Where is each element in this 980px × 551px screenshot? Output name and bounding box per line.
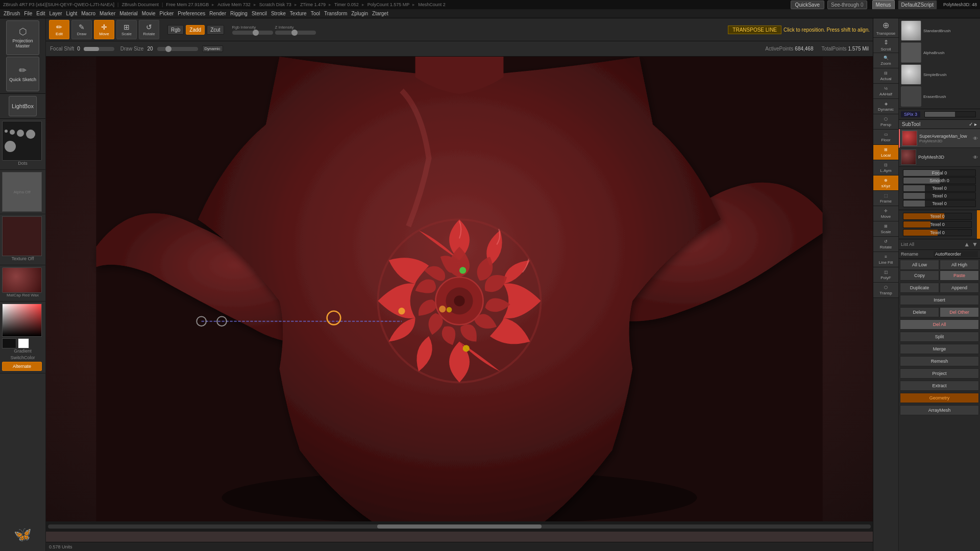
simple-brush-thumb[interactable]	[901, 64, 921, 85]
z-intensity-slider[interactable]	[275, 31, 316, 35]
orange-slider-3[interactable]: Texel 0	[903, 229, 972, 236]
del-all-btn[interactable]: Del All	[900, 319, 979, 330]
lightbox-button[interactable]: LightBox	[9, 96, 37, 116]
zadd-button[interactable]: Zadd	[186, 25, 205, 35]
slider-focal[interactable]: Focal 0	[903, 169, 976, 177]
color-fg[interactable]	[2, 338, 16, 348]
alternate-button[interactable]: Alternate	[2, 362, 42, 371]
menu-zbr[interactable]: ZBrush	[2, 11, 21, 16]
matcap-preview[interactable]	[2, 267, 42, 293]
menu-layer[interactable]: Layer	[48, 11, 64, 16]
menu-picker[interactable]: Picker	[158, 11, 175, 16]
subtool-item-2[interactable]: PolyMesh3D 👁	[899, 148, 980, 167]
menu-movie[interactable]: Movie	[140, 11, 157, 16]
dynamic-tool[interactable]: ◈ Dynamic	[873, 99, 898, 114]
menu-file[interactable]: File	[22, 11, 34, 16]
menus-button[interactable]: Menus	[872, 0, 895, 10]
menu-tool[interactable]: Tool	[309, 11, 322, 16]
canvas-3d[interactable]	[46, 57, 873, 532]
subtool-item-1[interactable]: SuperAverageMan_low PolyMesh3D 👁	[899, 129, 980, 148]
menu-render[interactable]: Render	[208, 11, 228, 16]
rgb-intensity-slider[interactable]	[232, 31, 273, 35]
quick-sketch-button[interactable]: ✏ Quick Sketch	[6, 57, 39, 91]
del-other-btn[interactable]: Del Other	[940, 307, 979, 317]
geometry-btn[interactable]: Geometry	[900, 393, 979, 403]
slider-texel3[interactable]: Texel 0	[903, 200, 976, 207]
merge-btn[interactable]: Merge	[900, 344, 979, 354]
horizontal-scrollbar[interactable]	[48, 524, 871, 529]
see-through-toggle[interactable]: See-through 0	[827, 1, 867, 9]
move-tool-right[interactable]: ✛ Move	[873, 206, 898, 221]
subtool-check-icon[interactable]: ✓	[969, 121, 973, 127]
menu-rigging[interactable]: Rigging	[229, 11, 249, 16]
color-picker[interactable]	[2, 304, 42, 337]
rgb-button[interactable]: Rgb	[167, 25, 184, 35]
menu-material[interactable]: Material	[118, 11, 139, 16]
floor-tool[interactable]: ▭ Floor	[873, 130, 898, 145]
list-all-down[interactable]: ▼	[972, 241, 978, 248]
zcut-button[interactable]: Zcut	[207, 25, 224, 35]
dynamic-button[interactable]: Dynamic	[202, 45, 223, 52]
linefill-tool[interactable]: ≡ Line Fill	[873, 252, 898, 267]
focal-shift-slider[interactable]	[84, 47, 114, 51]
extract-btn[interactable]: Extract	[900, 381, 979, 391]
orange-slider-1[interactable]: Texel 0	[903, 213, 972, 220]
scale-tool-button[interactable]: ⊞ Scale	[116, 20, 137, 39]
aahalf-tool[interactable]: ½ AAHalf	[873, 84, 898, 99]
orange-slider-2[interactable]: Texel 0	[903, 221, 972, 228]
actual-tool[interactable]: ⊟ Actual	[873, 68, 898, 84]
menu-ztarget[interactable]: Ztarget	[371, 11, 390, 16]
scale-tool-right[interactable]: ⊞ Scale	[873, 221, 898, 237]
menu-stencil[interactable]: Stencil	[250, 11, 268, 16]
sxyz-tool[interactable]: ⊕ sXyz	[873, 176, 898, 191]
menu-preferences[interactable]: Preferences	[176, 11, 207, 16]
menu-light[interactable]: Light	[65, 11, 79, 16]
menu-marker[interactable]: Marker	[98, 11, 117, 16]
subtool-eye-1[interactable]: 👁	[973, 136, 978, 141]
copy-btn[interactable]: Copy	[900, 270, 939, 281]
draw-size-slider[interactable]	[157, 47, 198, 51]
split-btn[interactable]: Split	[900, 332, 979, 342]
subtool-eye-2[interactable]: 👁	[973, 155, 978, 160]
delete-btn[interactable]: Delete	[900, 307, 939, 317]
move-tool-button[interactable]: ✛ Move	[94, 20, 114, 39]
transp-tool[interactable]: ⬡ Transp	[873, 283, 898, 298]
persp-tool[interactable]: ⬡ Persp	[873, 114, 898, 130]
all-low-btn[interactable]: All Low	[900, 260, 939, 270]
paste-btn[interactable]: Paste	[940, 270, 979, 281]
menu-macro[interactable]: Macro	[80, 11, 97, 16]
brush-preview[interactable]	[2, 121, 42, 161]
alpha-brush-thumb[interactable]	[901, 42, 921, 63]
draw-tool-button[interactable]: ✎ Draw	[71, 20, 92, 39]
rotate-tool-right[interactable]: ↺ Rotate	[873, 237, 898, 252]
default-zscript-button[interactable]: DefaultZScript	[898, 0, 937, 10]
duplicate-btn[interactable]: Duplicate	[900, 283, 939, 293]
quicksave-button[interactable]: QuickSave	[791, 1, 824, 9]
polyf-tool[interactable]: ◫ PolyF	[873, 267, 898, 283]
zoom-tool[interactable]: 🔍 Zoom	[873, 53, 898, 68]
laym-tool[interactable]: ⊡ L.Aym	[873, 160, 898, 176]
projection-master-button[interactable]: ⬡ Projection Master	[6, 20, 39, 55]
rotate-tool-button[interactable]: ↺ Rotate	[139, 20, 159, 39]
edit-tool-button[interactable]: ✏ Edit	[49, 20, 69, 39]
subtool-expand-icon[interactable]: ▸	[974, 121, 977, 127]
menu-zplugin[interactable]: Zplugin	[350, 11, 370, 16]
local-tool[interactable]: ⊞ Local	[873, 145, 898, 160]
frame-tool[interactable]: ⬚ Frame	[873, 191, 898, 206]
bottom-scroll-bar[interactable]	[46, 521, 873, 532]
alpha-preview[interactable]: Alpha Off	[2, 172, 42, 212]
project-btn[interactable]: Project	[900, 368, 979, 379]
rename-value[interactable]: AutoReorder	[934, 251, 978, 257]
slider-texel1[interactable]: Texel 0	[903, 185, 976, 192]
slider-texel2[interactable]: Texel 0	[903, 192, 976, 199]
spix-slider[interactable]	[924, 111, 976, 117]
menu-texture[interactable]: Texture	[288, 11, 308, 16]
all-high-btn[interactable]: All High	[940, 260, 979, 270]
append-btn[interactable]: Append	[940, 283, 979, 293]
transpose-tool[interactable]: ⊕ Transpose	[873, 18, 898, 38]
menu-edit[interactable]: Edit	[35, 11, 46, 16]
color-bg[interactable]	[18, 338, 29, 348]
slider-smooth[interactable]: Smooth 0	[903, 177, 976, 184]
array-mesh-btn[interactable]: ArrayMesh	[900, 405, 979, 415]
remesh-btn[interactable]: Remesh	[900, 356, 979, 366]
